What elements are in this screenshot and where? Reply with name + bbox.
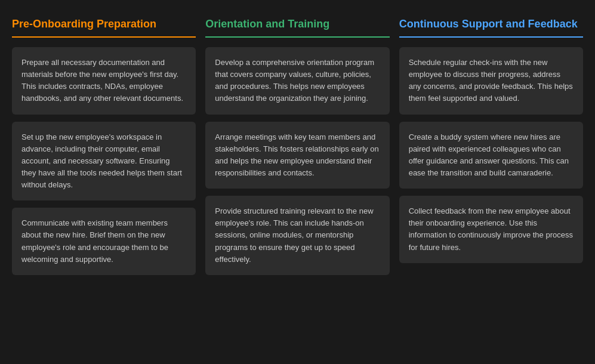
- column-header-pre-onboarding: Pre-Onboarding Preparation: [12, 18, 196, 38]
- card-pre-onboarding-1: Prepare all necessary documentation and …: [12, 47, 196, 115]
- column-orientation: Orientation and TrainingDevelop a compre…: [205, 18, 389, 275]
- card-continuous-support-2: Create a buddy system where new hires ar…: [399, 122, 583, 189]
- column-pre-onboarding: Pre-Onboarding PreparationPrepare all ne…: [12, 18, 196, 275]
- column-header-continuous-support: Continuous Support and Feedback: [399, 18, 583, 38]
- card-continuous-support-3: Collect feedback from the new employee a…: [399, 196, 583, 263]
- card-continuous-support-1: Schedule regular check-ins with the new …: [399, 47, 583, 115]
- column-header-orientation: Orientation and Training: [205, 18, 389, 38]
- card-orientation-3: Provide structured training relevant to …: [205, 196, 389, 275]
- column-continuous-support: Continuous Support and FeedbackSchedule …: [399, 18, 583, 275]
- card-orientation-2: Arrange meetings with key team members a…: [205, 122, 389, 189]
- card-orientation-1: Develop a comprehensive orientation prog…: [205, 47, 389, 115]
- card-pre-onboarding-3: Communicate with existing team members a…: [12, 208, 196, 275]
- columns-container: Pre-Onboarding PreparationPrepare all ne…: [12, 12, 583, 281]
- card-pre-onboarding-2: Set up the new employee's workspace in a…: [12, 122, 196, 201]
